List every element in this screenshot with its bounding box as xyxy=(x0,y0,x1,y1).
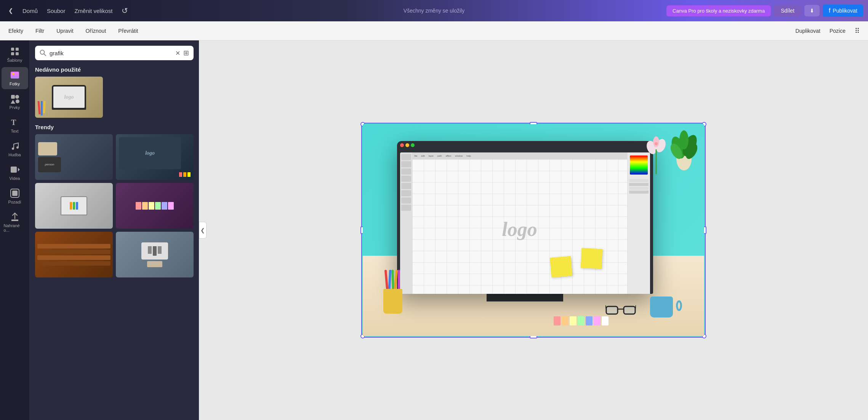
recent-image[interactable]: logo xyxy=(35,77,103,118)
more-options-button[interactable]: ⠿ xyxy=(852,25,862,37)
publish-label: Publikovat xyxy=(833,8,857,14)
grid-item-3[interactable] xyxy=(35,183,113,229)
duplicate-button[interactable]: Duplikovat xyxy=(793,25,823,37)
green-plant xyxy=(671,128,697,176)
grid-item-5[interactable] xyxy=(35,232,113,277)
swatch-5 xyxy=(586,316,593,325)
search-bar: ✕ ⊞ xyxy=(35,46,194,60)
sidebar-item-upload[interactable]: Nahrané o... xyxy=(2,209,28,236)
svg-rect-2 xyxy=(11,52,14,55)
design-canvas[interactable]: file edit layer path effect window help xyxy=(362,123,705,337)
color-swatches xyxy=(554,316,609,325)
menu-help: help xyxy=(466,155,471,157)
side-panel-icons: Šablony Fotky Prvky T Te xyxy=(0,40,30,420)
upload-icon xyxy=(10,212,20,222)
sidebar-item-templates[interactable]: Šablony xyxy=(2,43,28,66)
crop-button[interactable]: Oříznout xyxy=(83,26,109,35)
swatch-2 xyxy=(562,316,569,325)
grid-item-6[interactable] xyxy=(116,232,194,277)
sidebar-item-music[interactable]: Hudba xyxy=(2,138,28,160)
main-layout: Šablony Fotky Prvky T Te xyxy=(0,40,868,420)
search-clear-button[interactable]: ✕ xyxy=(175,50,180,57)
position-button[interactable]: Pozice xyxy=(827,25,848,37)
mug-handle xyxy=(676,300,682,311)
pencil-cup xyxy=(383,289,406,319)
tool-btn-6 xyxy=(401,190,411,196)
tool-btn-2 xyxy=(401,161,411,167)
svg-point-7 xyxy=(15,95,19,99)
monitor-container: file edit layer path effect window help xyxy=(397,141,653,311)
swatch-4 xyxy=(578,316,585,325)
plants-area xyxy=(645,128,697,176)
tool-btn-8 xyxy=(401,205,411,211)
monitor-menubar: file edit layer path effect window help xyxy=(412,152,627,159)
canvas-area[interactable]: file edit layer path effect window help xyxy=(199,40,868,420)
edit-button[interactable]: Upravit xyxy=(54,26,75,35)
svg-rect-13 xyxy=(11,167,17,173)
sticky-note-1 xyxy=(550,256,572,278)
publish-button[interactable]: f Publikovat xyxy=(823,5,863,17)
search-filter-button[interactable]: ⊞ xyxy=(183,49,189,57)
facebook-icon: f xyxy=(829,7,830,14)
swatch-7 xyxy=(602,316,609,325)
search-input[interactable] xyxy=(50,50,172,56)
grid-item-2[interactable]: logo xyxy=(116,134,194,180)
sidebar-label-elements: Prvky xyxy=(10,105,20,110)
svg-marker-8 xyxy=(11,100,15,104)
filter-button[interactable]: Filtr xyxy=(33,26,46,35)
canva-pro-button[interactable]: Canva Pro pro školy a neziskovky zdarma xyxy=(666,5,771,16)
grid-icon xyxy=(10,46,20,56)
top-bar: ❮ Domů Soubor Změnit velikost ↺ Všechny … xyxy=(0,0,868,21)
sidebar-label-music: Hudba xyxy=(8,152,21,157)
mug-body xyxy=(650,297,673,317)
sticky-note-2 xyxy=(581,248,603,269)
home-button[interactable]: Domů xyxy=(19,6,42,16)
sidebar-item-elements[interactable]: Prvky xyxy=(2,91,28,113)
svg-line-22 xyxy=(605,305,606,309)
undo-button[interactable]: ↺ xyxy=(118,5,132,17)
hide-panel-button[interactable]: ❮ xyxy=(199,222,207,239)
svg-rect-0 xyxy=(11,48,14,51)
resize-button[interactable]: Změnit velikost xyxy=(70,6,116,16)
file-menu-button[interactable]: Soubor xyxy=(43,6,69,16)
back-button[interactable]: ❮ xyxy=(5,6,17,16)
toolbar-right: Duplikovat Pozice ⠿ xyxy=(793,25,862,37)
download-button[interactable]: ⬇ xyxy=(804,5,820,16)
monitor-dots xyxy=(397,141,653,149)
swatch-6 xyxy=(594,316,601,325)
trends-section-title: Trendy xyxy=(35,124,194,130)
mug xyxy=(650,297,677,319)
svg-point-27 xyxy=(655,142,658,145)
shapes-icon xyxy=(10,94,20,104)
svg-rect-9 xyxy=(16,99,19,103)
svg-marker-14 xyxy=(18,168,20,172)
dot-yellow xyxy=(405,143,409,147)
sidebar-label-upload: Nahrané o... xyxy=(4,223,26,232)
sidebar-item-background[interactable]: Pozadí xyxy=(2,185,28,207)
sidebar-label-video: Videa xyxy=(10,176,20,181)
orchid xyxy=(645,136,668,176)
share-button[interactable]: Sdílet xyxy=(774,5,801,16)
grid-item-4[interactable] xyxy=(116,183,194,229)
effects-button[interactable]: Efekty xyxy=(6,26,26,35)
top-bar-left: ❮ Domů Soubor Změnit velikost ↺ xyxy=(5,5,132,17)
menu-layer: layer xyxy=(429,155,434,157)
svg-rect-6 xyxy=(11,95,15,99)
text-icon: T xyxy=(10,117,20,127)
grid-item-1[interactable]: person xyxy=(35,134,113,180)
background-icon xyxy=(10,188,20,198)
menu-file: file xyxy=(415,155,418,157)
monitor-stand xyxy=(487,294,564,301)
svg-point-26 xyxy=(653,136,659,147)
trends-grid: person logo xyxy=(35,134,194,277)
sidebar-item-photos[interactable]: Fotky xyxy=(2,67,28,89)
photo-icon xyxy=(10,70,20,80)
svg-line-18 xyxy=(44,54,46,56)
menu-path: path xyxy=(437,155,442,157)
sidebar-item-video[interactable]: Videa xyxy=(2,162,28,184)
dot-red xyxy=(400,143,404,147)
music-icon xyxy=(10,141,20,151)
sidebar-item-text[interactable]: T Text xyxy=(2,114,28,136)
swatch-1 xyxy=(554,316,561,325)
flip-button[interactable]: Převrátit xyxy=(116,26,140,35)
